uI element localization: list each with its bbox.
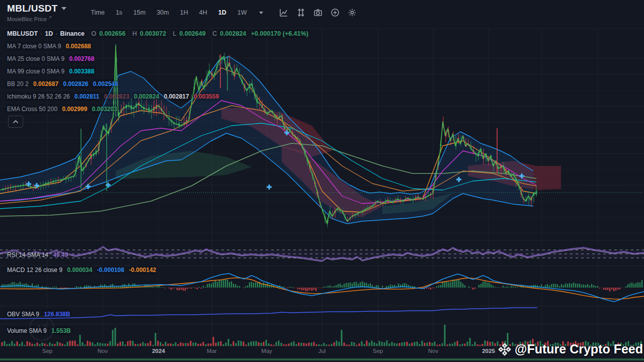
ema50-value: 0.002999 <box>62 106 87 113</box>
bottom-progress-strip <box>0 358 644 360</box>
tick-label-may: May <box>261 348 272 354</box>
ohlc-legend-row[interactable]: MBLUSDT·1D·Binance O0.002656 H0.003072 L… <box>7 30 308 37</box>
interval-15m[interactable]: 15m <box>128 7 151 18</box>
rsi-value: 49.49 <box>53 251 68 258</box>
bb-legend-row[interactable]: BB 20 2 0.002687 0.002826 0.002548 <box>7 80 118 87</box>
change-value: +0.000170 (+6.41%) <box>251 30 308 37</box>
chevron-down-icon <box>61 7 66 10</box>
tick-label-jul: Jul <box>318 348 326 354</box>
rsi-legend-row[interactable]: RSI 14 SMA 14 49.49 <box>7 251 68 258</box>
obv-value: 126.838B <box>44 311 70 318</box>
ichimoku-v3: 0.002824 <box>134 93 159 100</box>
ema-cross-legend-row[interactable]: EMA Cross 50 200 0.002999 0.003203 <box>7 106 117 113</box>
macd-signal-value: -0.000142 <box>129 266 156 274</box>
ichimoku-v2: 0.002823 <box>104 93 129 100</box>
interval-1w[interactable]: 1W <box>232 7 253 18</box>
camera-icon[interactable] <box>313 8 323 18</box>
ma99-legend-row[interactable]: MA 99 close 0 SMA 9 0.003388 <box>7 68 94 75</box>
interval-dropdown-caret-icon[interactable] <box>259 12 263 14</box>
chevron-up-icon <box>13 120 19 124</box>
chart-style-icon[interactable] <box>279 8 289 18</box>
main-chart-canvas[interactable] <box>0 0 644 362</box>
ichimoku-v4: 0.002817 <box>164 93 189 100</box>
ichimoku-v1: 0.002811 <box>74 93 99 100</box>
tick-label-sep: Sep <box>373 348 383 354</box>
obv-legend-row[interactable]: OBV SMA 9 126.838B <box>7 311 70 318</box>
legend-interval: 1D <box>45 30 53 37</box>
ma25-legend-row[interactable]: MA 25 close 0 SMA 9 0.002768 <box>7 55 94 62</box>
low-value: 0.002649 <box>180 30 206 37</box>
ma99-value: 0.003388 <box>69 68 94 75</box>
tick-label-nov: Nov <box>98 348 108 354</box>
ma25-value: 0.002768 <box>69 55 94 62</box>
legend-exchange: Binance <box>60 30 85 37</box>
tick-label-sep: Sep <box>42 348 52 354</box>
top-toolbar: MBL/USDT MovieBloc Price ↗ Time1s15m30m1… <box>0 0 644 29</box>
tick-label-2024: 2024 <box>152 348 165 354</box>
external-link-icon: ↗ <box>48 15 52 20</box>
interval-toolbar: Time1s15m30m1H4H1D1W <box>86 7 361 18</box>
close-value: 0.002824 <box>220 30 246 37</box>
symbol-switcher[interactable]: MBL/USDT MovieBloc Price ↗ <box>7 3 66 22</box>
bb-upper-value: 0.002826 <box>63 80 88 87</box>
legend-symbol: MBLUSDT <box>7 30 38 37</box>
high-value: 0.003072 <box>140 30 166 37</box>
tick-label-mar: Mar <box>207 348 217 354</box>
interval-1d[interactable]: 1D <box>213 7 232 18</box>
volume-value: 1.553B <box>51 327 71 334</box>
bb-lower-value: 0.002548 <box>93 80 118 87</box>
volume-legend-row[interactable]: Volume SMA 9 1.553B <box>7 327 71 334</box>
ichimoku-legend-row[interactable]: Ichimoku 9 26 52 26 26 0.002811 0.002823… <box>7 93 219 100</box>
ema200-value: 0.003203 <box>92 106 117 113</box>
collapse-pane-button[interactable] <box>8 116 23 128</box>
tick-label-2025: 2025 <box>482 348 495 354</box>
ma7-value: 0.002688 <box>66 43 91 50</box>
interval-time[interactable]: Time <box>86 7 110 18</box>
settings-gear-icon[interactable] <box>347 8 357 18</box>
ma7-legend-row[interactable]: MA 7 close 0 SMA 9 0.002688 <box>7 43 91 50</box>
bb-basis-value: 0.002687 <box>33 80 58 87</box>
macd-hist-value: 0.000034 <box>67 266 92 274</box>
symbol-title: MBL/USDT <box>7 3 58 14</box>
interval-30m[interactable]: 30m <box>151 7 174 18</box>
watermark-text: @Future Crypto Feed <box>515 342 643 356</box>
tick-label-nov: Nov <box>428 348 438 354</box>
interval-1s[interactable]: 1s <box>110 7 128 18</box>
open-value: 0.002656 <box>99 30 125 37</box>
obv-pane <box>0 308 537 319</box>
interval-group: Time1s15m30m1H4H1D1W <box>86 7 253 18</box>
macd-legend-row[interactable]: MACD 12 26 close 9 0.000034 -0.000108 -0… <box>7 266 156 274</box>
interval-1h[interactable]: 1H <box>175 7 194 18</box>
binance-logo-icon <box>498 342 512 356</box>
compare-plus-icon[interactable] <box>330 8 340 18</box>
ichimoku-v5: 0.003559 <box>194 93 219 100</box>
interval-4h[interactable]: 4H <box>194 7 213 18</box>
channel-watermark: @Future Crypto Feed <box>498 342 643 356</box>
macd-line-value: -0.000108 <box>97 266 124 274</box>
indicators-icon[interactable] <box>296 8 306 18</box>
symbol-subtitle[interactable]: MovieBloc Price ↗ <box>7 15 66 22</box>
